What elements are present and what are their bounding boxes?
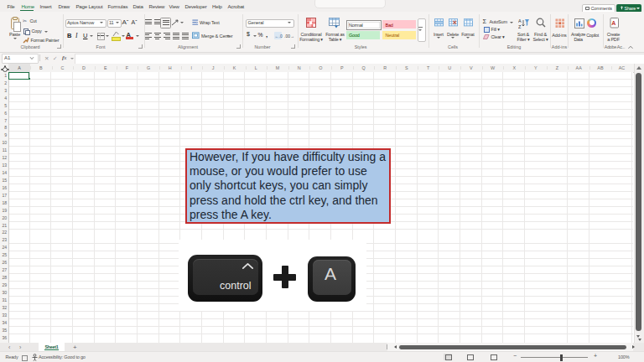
- svg-text:A: A: [518, 18, 522, 23]
- svg-text:Z: Z: [518, 24, 522, 29]
- svg-text:A: A: [611, 20, 615, 26]
